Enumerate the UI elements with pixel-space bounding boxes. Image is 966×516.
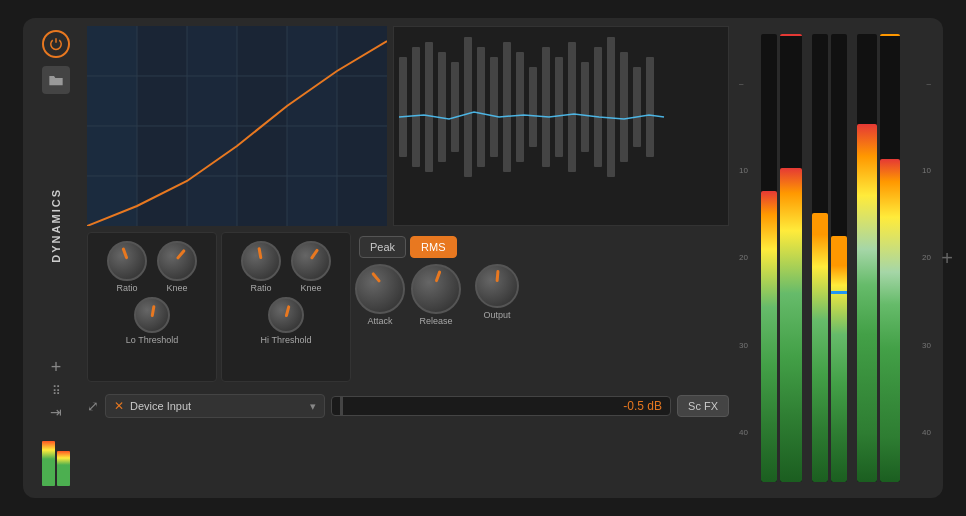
right-vu-meters: – 10 20 30 40 — [735, 26, 935, 490]
left-sidebar: DYNAMICS + ⠿ ⇥ — [31, 26, 81, 490]
svg-rect-23 — [529, 67, 537, 147]
device-input-label: Device Input — [130, 400, 191, 412]
right-controls: Peak RMS Attack Release Output — [355, 232, 729, 382]
lo-ratio-knob-item: Ratio — [107, 241, 147, 293]
mini-vu-meters — [42, 426, 70, 486]
hi-knee-knob[interactable] — [291, 241, 331, 281]
lo-compressor-group: Ratio Knee Lo Threshold — [87, 232, 217, 382]
svg-rect-14 — [412, 47, 420, 167]
hi-ratio-label: Ratio — [250, 283, 271, 293]
svg-rect-24 — [542, 47, 550, 167]
dynamics-plugin: DYNAMICS + ⠿ ⇥ — [23, 18, 943, 498]
vu-scale-left: – 10 20 30 40 — [739, 30, 759, 486]
device-drag-icon: ⤢ — [87, 398, 99, 414]
lo-knee-knob[interactable] — [157, 241, 197, 281]
db-display: -0.5 dB — [331, 396, 671, 416]
vu-scale-right: – 10 20 30 40 — [911, 30, 931, 486]
vu-bar-3 — [812, 34, 828, 482]
peak-button[interactable]: Peak — [359, 236, 406, 258]
lo-ratio-label: Ratio — [116, 283, 137, 293]
waveform-display — [393, 26, 729, 226]
lo-knee-label: Knee — [166, 283, 187, 293]
dropdown-chevron: ▾ — [310, 400, 316, 413]
svg-rect-17 — [451, 62, 459, 152]
top-row — [87, 26, 729, 226]
lo-knee-knob-item: Knee — [157, 241, 197, 293]
svg-rect-15 — [425, 42, 433, 172]
vu-bar-5 — [857, 34, 877, 482]
svg-rect-27 — [581, 62, 589, 152]
power-button[interactable] — [42, 30, 70, 58]
device-input-selector[interactable]: ✕ Device Input ▾ — [105, 394, 325, 418]
svg-rect-29 — [607, 37, 615, 177]
svg-rect-31 — [633, 67, 641, 147]
lo-ratio-knob[interactable] — [107, 241, 147, 281]
vu-bars-area — [759, 30, 911, 486]
lo-threshold-knob-item: Lo Threshold — [126, 297, 178, 345]
hi-knee-label: Knee — [300, 283, 321, 293]
hi-ratio-knob[interactable] — [241, 241, 281, 281]
svg-rect-30 — [620, 52, 628, 162]
svg-rect-25 — [555, 57, 563, 157]
lo-threshold-knob[interactable] — [134, 297, 170, 333]
release-label: Release — [419, 316, 452, 326]
vu-bar-2 — [780, 34, 802, 482]
release-knob[interactable] — [411, 264, 461, 314]
transfer-graph — [87, 26, 387, 226]
vu-bar-1 — [761, 34, 777, 482]
svg-rect-16 — [438, 52, 446, 162]
hi-knee-knob-item: Knee — [291, 241, 331, 293]
svg-rect-20 — [490, 57, 498, 157]
db-value: -0.5 dB — [623, 399, 662, 413]
svg-rect-13 — [399, 57, 407, 157]
folder-button[interactable] — [42, 66, 70, 94]
hi-compressor-group: Ratio Knee Hi Threshold — [221, 232, 351, 382]
svg-rect-22 — [516, 52, 524, 162]
route-icon[interactable]: ⇥ — [50, 404, 62, 420]
hi-threshold-label: Hi Threshold — [261, 335, 312, 345]
add-right-button[interactable]: + — [941, 247, 953, 270]
vu-bar-4 — [831, 34, 847, 482]
svg-rect-21 — [503, 42, 511, 172]
output-knob-item: Output — [475, 264, 519, 320]
sc-fx-button[interactable]: Sc FX — [677, 395, 729, 417]
peak-rms-row: Peak RMS — [355, 232, 729, 258]
rms-button[interactable]: RMS — [410, 236, 456, 258]
lo-threshold-label: Lo Threshold — [126, 335, 178, 345]
bottom-bar: ⤢ ✕ Device Input ▾ -0.5 dB Sc FX — [87, 388, 729, 424]
add-left-icon[interactable]: + — [51, 357, 62, 378]
output-knob[interactable] — [475, 264, 519, 308]
svg-rect-19 — [477, 47, 485, 167]
attack-release-output: Attack Release Output — [355, 264, 729, 326]
vu-bar-6 — [880, 34, 900, 482]
svg-rect-26 — [568, 42, 576, 172]
main-content: Ratio Knee Lo Threshold — [87, 26, 729, 490]
sidebar-bottom: + ⠿ ⇥ — [42, 357, 70, 486]
dots-icon: ⠿ — [52, 384, 61, 398]
attack-knob-item: Attack — [355, 264, 405, 326]
attack-knob[interactable] — [355, 264, 405, 314]
attack-label: Attack — [367, 316, 392, 326]
hi-threshold-knob-item: Hi Threshold — [261, 297, 312, 345]
hi-threshold-knob[interactable] — [268, 297, 304, 333]
output-label: Output — [483, 310, 510, 320]
controls-row: Ratio Knee Lo Threshold — [87, 232, 729, 382]
svg-rect-32 — [646, 57, 654, 157]
plugin-label: DYNAMICS — [50, 188, 62, 263]
svg-rect-28 — [594, 47, 602, 167]
device-input-close[interactable]: ✕ — [114, 399, 124, 413]
release-knob-item: Release — [411, 264, 461, 326]
svg-rect-18 — [464, 37, 472, 177]
hi-ratio-knob-item: Ratio — [241, 241, 281, 293]
db-bar-indicator — [340, 397, 343, 415]
